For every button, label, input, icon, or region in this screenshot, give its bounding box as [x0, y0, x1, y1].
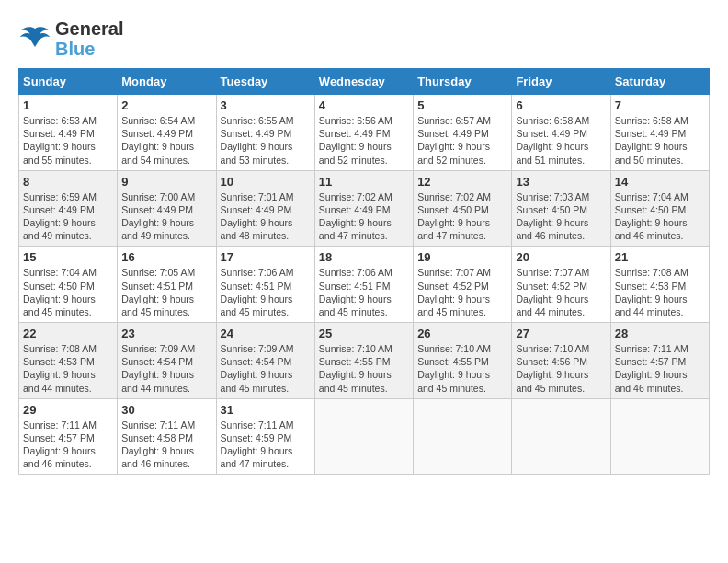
- day-info: Sunrise: 7:00 AM Sunset: 4:49 PM Dayligh…: [121, 190, 211, 243]
- day-number: 21: [615, 250, 705, 264]
- day-number: 30: [121, 403, 211, 417]
- calendar-cell: 18 Sunrise: 7:06 AM Sunset: 4:51 PM Dayl…: [314, 247, 413, 323]
- day-number: 19: [417, 250, 507, 264]
- day-info: Sunrise: 7:02 AM Sunset: 4:49 PM Dayligh…: [319, 190, 409, 243]
- calendar-week-4: 29 Sunrise: 7:11 AM Sunset: 4:57 PM Dayl…: [19, 398, 710, 475]
- day-info: Sunrise: 7:05 AM Sunset: 4:51 PM Dayligh…: [121, 266, 211, 318]
- calendar-cell: 15 Sunrise: 7:04 AM Sunset: 4:50 PM Dayl…: [19, 247, 118, 323]
- day-number: 28: [615, 327, 705, 340]
- calendar-cell: 7 Sunrise: 6:58 AM Sunset: 4:49 PM Dayli…: [610, 95, 709, 171]
- day-number: 4: [319, 98, 409, 112]
- day-info: Sunrise: 7:06 AM Sunset: 4:51 PM Dayligh…: [319, 266, 409, 318]
- day-number: 26: [417, 327, 507, 340]
- calendar-cell: 11 Sunrise: 7:02 AM Sunset: 4:49 PM Dayl…: [314, 170, 413, 247]
- day-number: 5: [417, 98, 507, 112]
- calendar-cell: 3 Sunrise: 6:55 AM Sunset: 4:49 PM Dayli…: [216, 95, 314, 171]
- logo: General Blue: [18, 18, 123, 59]
- day-info: Sunrise: 7:10 AM Sunset: 4:56 PM Dayligh…: [516, 342, 606, 395]
- calendar-cell: 27 Sunrise: 7:10 AM Sunset: 4:56 PM Dayl…: [512, 323, 610, 399]
- calendar-cell: 29 Sunrise: 7:11 AM Sunset: 4:57 PM Dayl…: [19, 398, 118, 475]
- day-info: Sunrise: 6:53 AM Sunset: 4:49 PM Dayligh…: [23, 114, 113, 167]
- calendar-header-friday: Friday: [512, 69, 610, 95]
- calendar-week-3: 22 Sunrise: 7:08 AM Sunset: 4:53 PM Dayl…: [19, 323, 710, 399]
- day-number: 3: [221, 98, 311, 112]
- day-number: 15: [23, 250, 113, 264]
- calendar-cell: 21 Sunrise: 7:08 AM Sunset: 4:53 PM Dayl…: [610, 247, 709, 323]
- day-info: Sunrise: 6:54 AM Sunset: 4:49 PM Dayligh…: [121, 114, 211, 167]
- calendar-cell: [610, 398, 709, 475]
- calendar-cell: 25 Sunrise: 7:10 AM Sunset: 4:55 PM Dayl…: [314, 323, 413, 399]
- calendar-cell: 1 Sunrise: 6:53 AM Sunset: 4:49 PM Dayli…: [19, 95, 118, 171]
- day-info: Sunrise: 7:04 AM Sunset: 4:50 PM Dayligh…: [23, 266, 113, 318]
- calendar-cell: 22 Sunrise: 7:08 AM Sunset: 4:53 PM Dayl…: [19, 323, 118, 399]
- day-info: Sunrise: 7:11 AM Sunset: 4:57 PM Dayligh…: [23, 419, 113, 471]
- day-info: Sunrise: 7:03 AM Sunset: 4:50 PM Dayligh…: [516, 190, 606, 243]
- day-info: Sunrise: 7:08 AM Sunset: 4:53 PM Dayligh…: [615, 266, 705, 318]
- calendar-cell: 4 Sunrise: 6:56 AM Sunset: 4:49 PM Dayli…: [314, 95, 413, 171]
- calendar-week-0: 1 Sunrise: 6:53 AM Sunset: 4:49 PM Dayli…: [19, 95, 710, 171]
- day-info: Sunrise: 7:01 AM Sunset: 4:49 PM Dayligh…: [221, 190, 311, 243]
- logo-blue: Blue: [55, 39, 123, 59]
- day-number: 17: [221, 250, 311, 264]
- calendar-table: SundayMondayTuesdayWednesdayThursdayFrid…: [18, 68, 710, 475]
- day-info: Sunrise: 7:08 AM Sunset: 4:53 PM Dayligh…: [23, 342, 113, 395]
- calendar-header-sunday: Sunday: [19, 69, 118, 95]
- day-info: Sunrise: 7:07 AM Sunset: 4:52 PM Dayligh…: [417, 266, 507, 318]
- calendar-cell: 19 Sunrise: 7:07 AM Sunset: 4:52 PM Dayl…: [414, 247, 512, 323]
- day-info: Sunrise: 7:10 AM Sunset: 4:55 PM Dayligh…: [417, 342, 507, 395]
- day-info: Sunrise: 7:10 AM Sunset: 4:55 PM Dayligh…: [319, 342, 409, 395]
- day-number: 7: [615, 98, 705, 112]
- day-info: Sunrise: 7:02 AM Sunset: 4:50 PM Dayligh…: [417, 190, 507, 243]
- day-info: Sunrise: 7:04 AM Sunset: 4:50 PM Dayligh…: [615, 190, 705, 243]
- day-info: Sunrise: 6:58 AM Sunset: 4:49 PM Dayligh…: [516, 114, 606, 167]
- logo-icon: [18, 22, 51, 55]
- calendar-header-monday: Monday: [118, 69, 216, 95]
- day-number: 31: [221, 403, 311, 417]
- calendar-cell: 20 Sunrise: 7:07 AM Sunset: 4:52 PM Dayl…: [512, 247, 610, 323]
- calendar-cell: 10 Sunrise: 7:01 AM Sunset: 4:49 PM Dayl…: [216, 170, 314, 247]
- calendar-cell: [414, 398, 512, 475]
- day-number: 14: [615, 175, 705, 189]
- calendar-cell: 16 Sunrise: 7:05 AM Sunset: 4:51 PM Dayl…: [118, 247, 216, 323]
- calendar-cell: [512, 398, 610, 475]
- logo-text-block: General Blue: [55, 18, 123, 59]
- calendar-cell: 8 Sunrise: 6:59 AM Sunset: 4:49 PM Dayli…: [19, 170, 118, 247]
- calendar-header-thursday: Thursday: [414, 69, 512, 95]
- day-number: 2: [121, 98, 211, 112]
- day-number: 18: [319, 250, 409, 264]
- day-info: Sunrise: 7:07 AM Sunset: 4:52 PM Dayligh…: [516, 266, 606, 318]
- day-number: 8: [23, 175, 113, 189]
- day-number: 6: [516, 98, 606, 112]
- day-number: 20: [516, 250, 606, 264]
- calendar-week-2: 15 Sunrise: 7:04 AM Sunset: 4:50 PM Dayl…: [19, 247, 710, 323]
- day-info: Sunrise: 6:58 AM Sunset: 4:49 PM Dayligh…: [615, 114, 705, 167]
- day-info: Sunrise: 7:11 AM Sunset: 4:57 PM Dayligh…: [615, 342, 705, 395]
- calendar-cell: 31 Sunrise: 7:11 AM Sunset: 4:59 PM Dayl…: [216, 398, 314, 475]
- day-number: 16: [121, 250, 211, 264]
- calendar-header-wednesday: Wednesday: [314, 69, 413, 95]
- day-number: 13: [516, 175, 606, 189]
- day-info: Sunrise: 7:09 AM Sunset: 4:54 PM Dayligh…: [221, 342, 311, 395]
- day-info: Sunrise: 7:11 AM Sunset: 4:58 PM Dayligh…: [121, 419, 211, 471]
- calendar-cell: 12 Sunrise: 7:02 AM Sunset: 4:50 PM Dayl…: [414, 170, 512, 247]
- calendar-cell: 23 Sunrise: 7:09 AM Sunset: 4:54 PM Dayl…: [118, 323, 216, 399]
- day-number: 27: [516, 327, 606, 340]
- calendar-cell: 6 Sunrise: 6:58 AM Sunset: 4:49 PM Dayli…: [512, 95, 610, 171]
- day-number: 25: [319, 327, 409, 340]
- calendar-cell: 14 Sunrise: 7:04 AM Sunset: 4:50 PM Dayl…: [610, 170, 709, 247]
- day-info: Sunrise: 7:09 AM Sunset: 4:54 PM Dayligh…: [121, 342, 211, 395]
- calendar-cell: 2 Sunrise: 6:54 AM Sunset: 4:49 PM Dayli…: [118, 95, 216, 171]
- day-info: Sunrise: 7:11 AM Sunset: 4:59 PM Dayligh…: [221, 419, 311, 471]
- day-info: Sunrise: 6:59 AM Sunset: 4:49 PM Dayligh…: [23, 190, 113, 243]
- day-number: 24: [221, 327, 311, 340]
- calendar-cell: 13 Sunrise: 7:03 AM Sunset: 4:50 PM Dayl…: [512, 170, 610, 247]
- calendar-week-1: 8 Sunrise: 6:59 AM Sunset: 4:49 PM Dayli…: [19, 170, 710, 247]
- day-number: 1: [23, 98, 113, 112]
- day-number: 23: [121, 327, 211, 340]
- logo-general: General: [55, 18, 123, 39]
- calendar-cell: 17 Sunrise: 7:06 AM Sunset: 4:51 PM Dayl…: [216, 247, 314, 323]
- calendar-cell: 26 Sunrise: 7:10 AM Sunset: 4:55 PM Dayl…: [414, 323, 512, 399]
- calendar-header-saturday: Saturday: [610, 69, 709, 95]
- calendar-cell: 9 Sunrise: 7:00 AM Sunset: 4:49 PM Dayli…: [118, 170, 216, 247]
- calendar-cell: 28 Sunrise: 7:11 AM Sunset: 4:57 PM Dayl…: [610, 323, 709, 399]
